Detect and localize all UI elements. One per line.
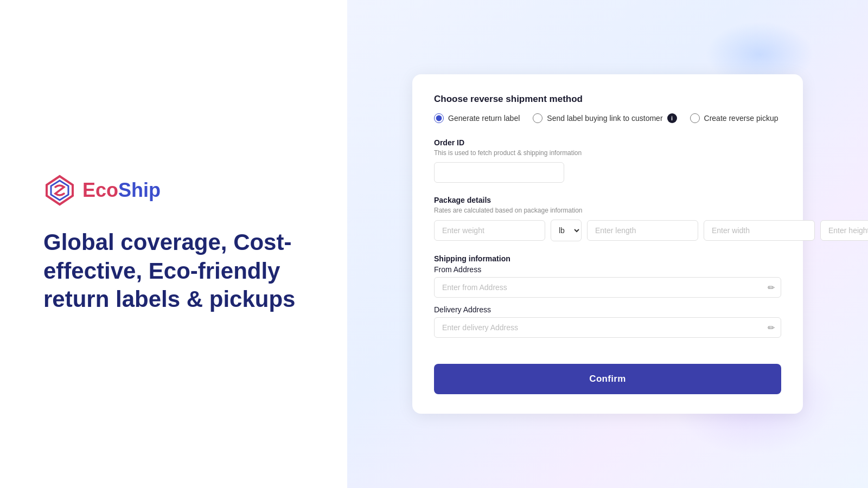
- logo-text: EcoShip: [82, 179, 161, 202]
- width-input[interactable]: [704, 220, 815, 241]
- delivery-address-label: Delivery Address: [434, 305, 781, 314]
- radio-generate-return-label-input[interactable]: [434, 113, 444, 123]
- radio-create-reverse-pickup[interactable]: Create reverse pickup: [690, 113, 778, 123]
- logo-ship: Ship: [118, 179, 161, 201]
- package-details-label: Package details: [434, 196, 781, 204]
- right-panel: Choose reverse shipment method Generate …: [347, 0, 868, 488]
- shipping-info-section: Shipping information From Address ✏ Deli…: [434, 254, 781, 338]
- logo-icon: [43, 174, 76, 207]
- order-id-label: Order ID: [434, 138, 781, 147]
- radio-create-reverse-pickup-input[interactable]: [690, 113, 700, 123]
- package-details-section: Package details Rates are calculated bas…: [434, 196, 781, 241]
- shipping-info-label: Shipping information: [434, 254, 781, 263]
- radio-generate-return-label-text: Generate return label: [448, 114, 520, 123]
- tagline: Global coverage, Cost-effective, Eco-fri…: [43, 228, 315, 314]
- radio-generate-return-label[interactable]: Generate return label: [434, 113, 520, 123]
- shipment-section-title: Choose reverse shipment method: [434, 94, 781, 105]
- confirm-button[interactable]: Confirm: [434, 364, 781, 394]
- info-icon[interactable]: i: [667, 113, 677, 123]
- from-address-label: From Address: [434, 265, 781, 274]
- delivery-address-wrap: ✏: [434, 317, 781, 338]
- weight-input[interactable]: [434, 220, 545, 241]
- left-panel: EcoShip Global coverage, Cost-effective,…: [0, 0, 347, 488]
- from-address-input[interactable]: [434, 277, 781, 298]
- radio-create-reverse-pickup-text: Create reverse pickup: [704, 114, 778, 123]
- radio-send-label-buying-link-text: Send label buying link to customer: [547, 114, 662, 123]
- logo-area: EcoShip: [43, 174, 315, 207]
- delivery-address-input[interactable]: [434, 317, 781, 338]
- order-id-input[interactable]: [434, 162, 564, 183]
- order-id-section: Order ID This is used to fetch product &…: [434, 138, 781, 183]
- package-inputs-row: lb kg in cm: [434, 220, 781, 241]
- radio-send-label-buying-link[interactable]: Send label buying link to customer i: [533, 113, 676, 123]
- shipment-method-section: Choose reverse shipment method Generate …: [434, 94, 781, 123]
- package-details-hint: Rates are calculated based on package in…: [434, 207, 781, 214]
- from-address-pencil-icon[interactable]: ✏: [768, 282, 775, 293]
- from-address-wrap: ✏: [434, 277, 781, 298]
- shipment-radio-group: Generate return label Send label buying …: [434, 113, 781, 123]
- radio-send-label-buying-link-input[interactable]: [533, 113, 542, 123]
- weight-unit-select[interactable]: lb kg: [551, 220, 582, 241]
- height-input[interactable]: [820, 220, 868, 241]
- logo-eco: Eco: [82, 179, 118, 201]
- order-id-hint: This is used to fetch product & shipping…: [434, 149, 781, 157]
- form-card: Choose reverse shipment method Generate …: [412, 74, 803, 414]
- length-input[interactable]: [587, 220, 698, 241]
- delivery-address-pencil-icon[interactable]: ✏: [768, 323, 775, 333]
